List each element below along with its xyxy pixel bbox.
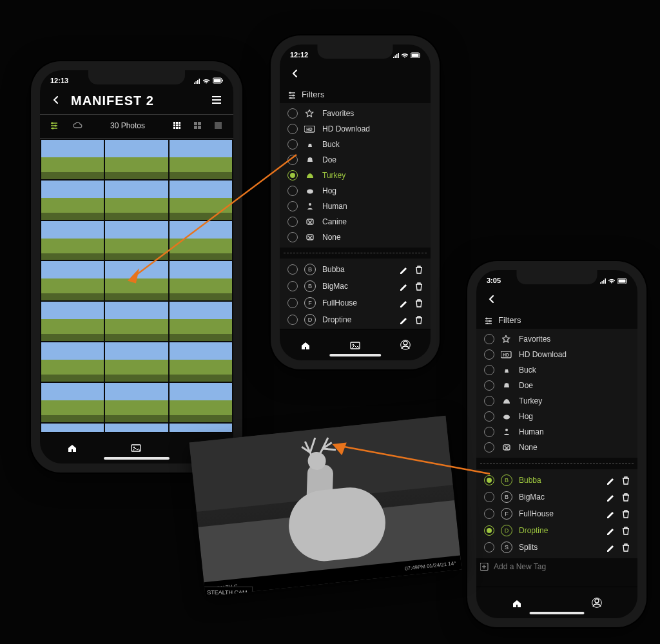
photo-thumbnail[interactable] <box>105 342 168 382</box>
filter-label: None <box>322 233 423 242</box>
photo-thumbnail[interactable] <box>105 383 168 422</box>
filter-none[interactable]: None <box>284 229 427 245</box>
grid-1-button[interactable] <box>210 117 227 134</box>
photo-thumbnail[interactable] <box>41 261 104 300</box>
nav-gallery[interactable] <box>346 336 364 354</box>
filter-label: Human <box>322 202 423 211</box>
wifi-icon <box>402 52 408 58</box>
tag-bigmac[interactable]: BBigMac <box>284 278 427 295</box>
filter-buck[interactable]: Buck <box>284 137 427 152</box>
home-indicator[interactable] <box>104 457 170 460</box>
menu-button[interactable] <box>209 92 226 109</box>
tag-bigmac[interactable]: BBigMac <box>480 489 634 505</box>
tag-splits[interactable]: SSplits <box>480 539 634 556</box>
tag-droptine[interactable]: DDroptine <box>284 311 427 328</box>
home-indicator[interactable] <box>530 612 585 614</box>
radio-icon <box>287 124 298 134</box>
edit-tag-button[interactable] <box>400 299 408 307</box>
filter-hd-download[interactable]: HD Download <box>480 347 634 362</box>
photo-thumbnail[interactable] <box>41 221 104 260</box>
back-button[interactable] <box>483 291 500 307</box>
nav-account[interactable] <box>588 594 607 612</box>
delete-tag-button[interactable] <box>621 476 630 485</box>
radio-icon <box>484 411 494 422</box>
edit-tag-button[interactable] <box>400 266 408 274</box>
filters-title: Filters <box>498 315 521 325</box>
weather-button[interactable] <box>70 117 86 134</box>
divider <box>284 253 427 253</box>
delete-tag-button[interactable] <box>621 543 630 552</box>
edit-tag-button[interactable] <box>607 493 615 502</box>
filter-turkey[interactable]: Turkey <box>284 168 427 183</box>
filter-canine[interactable]: Canine <box>284 214 427 229</box>
home-indicator[interactable] <box>329 354 381 356</box>
nav-gallery[interactable] <box>128 439 146 457</box>
grid-3-button[interactable] <box>169 117 186 134</box>
tag-letter-icon: B <box>304 280 316 292</box>
filter-none[interactable]: None <box>480 440 634 455</box>
delete-tag-button[interactable] <box>414 316 423 324</box>
filter-doe[interactable]: Doe <box>480 378 634 393</box>
delete-tag-button[interactable] <box>414 299 423 307</box>
photo-thumbnail[interactable] <box>41 342 104 382</box>
photo-thumbnail[interactable] <box>105 424 168 432</box>
photo-thumbnail[interactable] <box>41 424 104 432</box>
filter-favorites[interactable]: Favorites <box>284 106 427 121</box>
filter-label: Buck <box>322 140 423 149</box>
photo-thumbnail[interactable] <box>105 302 168 341</box>
battery-icon <box>617 278 627 284</box>
nav-home[interactable] <box>63 439 81 457</box>
tag-label: BigMac <box>322 282 393 291</box>
delete-tag-button[interactable] <box>621 527 630 535</box>
battery-icon <box>213 77 223 84</box>
photo-thumbnail[interactable] <box>170 424 232 432</box>
tag-fullhouse[interactable]: FFullHouse <box>480 505 634 522</box>
filter-favorites[interactable]: Favorites <box>480 331 634 347</box>
edit-tag-button[interactable] <box>607 510 615 518</box>
filter-button[interactable] <box>46 117 63 134</box>
filter-human[interactable]: Human <box>284 199 427 214</box>
filter-doe[interactable]: Doe <box>284 152 427 168</box>
back-button[interactable] <box>48 92 64 109</box>
filter-turkey[interactable]: Turkey <box>480 393 634 409</box>
edit-tag-button[interactable] <box>400 316 408 324</box>
nav-account[interactable] <box>396 336 414 354</box>
filters-title: Filters <box>302 90 324 99</box>
back-button[interactable] <box>286 65 303 82</box>
edit-tag-button[interactable] <box>607 543 615 552</box>
filter-label: HD Download <box>322 124 423 133</box>
edit-tag-button[interactable] <box>607 527 615 535</box>
photo-brand: STEALTH CAM <box>207 589 247 596</box>
photo-thumbnail[interactable] <box>170 383 232 422</box>
tag-droptine[interactable]: DDroptine <box>480 522 634 539</box>
star-icon <box>501 335 512 343</box>
photo-thumbnail[interactable] <box>170 342 232 382</box>
photo-thumbnail[interactable] <box>41 181 104 220</box>
edit-tag-button[interactable] <box>400 282 408 291</box>
filter-hog[interactable]: Hog <box>480 409 634 424</box>
hd-icon <box>304 126 316 133</box>
delete-tag-button[interactable] <box>621 493 630 502</box>
filter-hd-download[interactable]: HD Download <box>284 121 427 137</box>
tag-bubba[interactable]: BBubba <box>284 261 427 278</box>
grid-2-button[interactable] <box>189 117 206 134</box>
photo-thumbnail[interactable] <box>41 140 104 179</box>
tag-bubba[interactable]: BBubba <box>480 472 634 489</box>
edit-tag-button[interactable] <box>607 476 615 485</box>
tag-fullhouse[interactable]: FFullHouse <box>284 295 427 311</box>
filter-human[interactable]: Human <box>480 424 634 440</box>
photo-thumbnail[interactable] <box>41 302 104 341</box>
filter-hog[interactable]: Hog <box>284 183 427 199</box>
delete-tag-button[interactable] <box>414 282 423 291</box>
nav-home[interactable] <box>508 594 526 612</box>
nav-home[interactable] <box>296 336 314 354</box>
tag-letter-icon: F <box>304 297 316 309</box>
photo-thumbnail[interactable] <box>41 383 104 422</box>
tag-label: Droptine <box>322 315 393 324</box>
delete-tag-button[interactable] <box>621 510 630 518</box>
add-tag-button[interactable]: Add a New Tag <box>476 558 637 575</box>
delete-tag-button[interactable] <box>414 266 423 274</box>
photo-thumbnail[interactable] <box>170 302 232 341</box>
filter-buck[interactable]: Buck <box>480 362 634 378</box>
filters-icon <box>287 91 296 99</box>
